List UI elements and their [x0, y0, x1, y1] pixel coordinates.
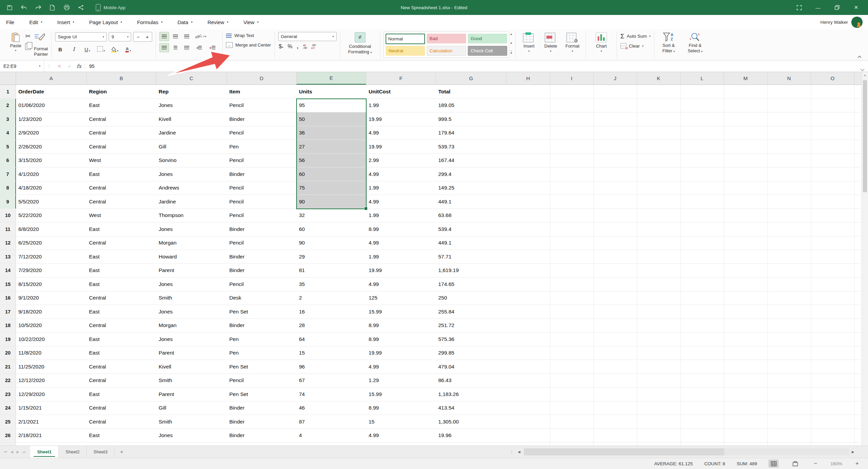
cell-F13[interactable]: 1.99: [366, 250, 436, 264]
align-right-button[interactable]: [182, 43, 192, 52]
cell-E2[interactable]: 95: [297, 99, 366, 112]
cell-F23[interactable]: 15.99: [366, 387, 436, 401]
cell-F15[interactable]: 4.99: [366, 277, 436, 291]
cell-D9[interactable]: Pencil: [227, 195, 297, 209]
first-sheet-button[interactable]: ⏮: [4, 450, 7, 454]
cell-F10[interactable]: 1.99: [366, 209, 436, 222]
style-bad[interactable]: Bad: [427, 34, 466, 43]
cell-E11[interactable]: 60: [297, 222, 366, 236]
cell-E7[interactable]: 60: [297, 167, 366, 181]
cell-A16[interactable]: 9/1/2020: [16, 291, 87, 305]
cell-C25[interactable]: Smith: [156, 415, 227, 429]
collapse-ribbon-button[interactable]: [857, 54, 862, 60]
cell-C7[interactable]: Jones: [156, 167, 227, 181]
row-header-25[interactable]: 25: [0, 415, 16, 429]
cancel-entry-button[interactable]: ✕: [54, 64, 65, 69]
cell-G8[interactable]: 149.25: [436, 181, 507, 195]
bold-button[interactable]: B: [55, 44, 65, 52]
cell-D19[interactable]: Pen: [227, 332, 297, 346]
next-sheet-button[interactable]: ▶: [17, 450, 19, 454]
row-header-3[interactable]: 3: [0, 112, 16, 126]
cell-G15[interactable]: 174.65: [436, 277, 507, 291]
row-header-20[interactable]: 20: [0, 346, 16, 360]
cell-G5[interactable]: 539.73: [436, 140, 507, 154]
cell-F16[interactable]: 125: [366, 291, 436, 305]
cell-B25[interactable]: Central: [87, 415, 156, 429]
row-header-6[interactable]: 6: [0, 154, 16, 167]
style-calculation[interactable]: Calculation: [427, 46, 466, 56]
cell-C18[interactable]: Morgan: [156, 319, 227, 332]
undo-icon[interactable]: [20, 4, 27, 11]
cell-B9[interactable]: Central: [87, 195, 156, 209]
cell-A20[interactable]: 11/8/2020: [16, 346, 87, 360]
cell-A26[interactable]: 2/18/2021: [16, 429, 87, 443]
cell-E10[interactable]: 32: [297, 209, 366, 222]
percent-button[interactable]: %: [287, 43, 292, 50]
menu-page-layout[interactable]: Page Layout▾: [89, 19, 122, 25]
cell-F3[interactable]: 19.99: [366, 112, 436, 126]
menu-view[interactable]: View▾: [243, 19, 259, 25]
cell-G21[interactable]: 479.04: [436, 360, 507, 374]
cell-F9[interactable]: 4.99: [366, 195, 436, 209]
zoom-out-button[interactable]: −: [812, 460, 819, 467]
row-header-15[interactable]: 15: [0, 277, 16, 291]
row-header-10[interactable]: 10: [0, 209, 16, 222]
insert-function-button[interactable]: fx: [74, 63, 85, 69]
formula-input[interactable]: 95: [85, 64, 94, 69]
cell-F27[interactable]: 19.99: [366, 443, 436, 446]
cell-C12[interactable]: Morgan: [156, 236, 227, 250]
row-header-8[interactable]: 8: [0, 181, 16, 195]
row-header-12[interactable]: 12: [0, 236, 16, 250]
column-header-K[interactable]: K: [637, 72, 680, 85]
cell-B12[interactable]: Central: [87, 236, 156, 250]
cell-E26[interactable]: 4: [297, 429, 366, 443]
cell-D4[interactable]: Pencil: [227, 126, 297, 140]
row-header-26[interactable]: 26: [0, 429, 16, 443]
row-header-24[interactable]: 24: [0, 401, 16, 415]
cell-F24[interactable]: 8.99: [366, 401, 436, 415]
cell-A8[interactable]: 4/18/2020: [16, 181, 87, 195]
cell-C17[interactable]: Jones: [156, 305, 227, 319]
cell-E13[interactable]: 29: [297, 250, 366, 264]
column-header-O[interactable]: O: [811, 72, 854, 85]
cell-C22[interactable]: Smith: [156, 374, 227, 387]
menu-review[interactable]: Review▾: [208, 19, 229, 25]
cell-B24[interactable]: Central: [87, 401, 156, 415]
paste-button[interactable]: Paste ▾: [6, 32, 25, 52]
column-header-I[interactable]: I: [550, 72, 594, 85]
cell-C24[interactable]: Gill: [156, 401, 227, 415]
prev-sheet-button[interactable]: ◀: [11, 450, 13, 454]
cell-E16[interactable]: 2: [297, 291, 366, 305]
cell-D24[interactable]: Binder: [227, 401, 297, 415]
cell-A3[interactable]: 1/23/2020: [16, 112, 87, 126]
cell-E12[interactable]: 90: [297, 236, 366, 250]
cell-E14[interactable]: 81: [297, 264, 366, 277]
cell-B13[interactable]: East: [87, 250, 156, 264]
cell-D21[interactable]: Pen Set: [227, 360, 297, 374]
cell-G7[interactable]: 299.4: [436, 167, 507, 181]
cell-D22[interactable]: Pencil: [227, 374, 297, 387]
borders-button[interactable]: ▾: [96, 44, 106, 52]
cell-E27[interactable]: 7: [297, 443, 366, 446]
wrap-text-button[interactable]: Wrap Text: [226, 33, 271, 38]
redo-icon[interactable]: [35, 4, 41, 11]
font-family-select[interactable]: Segoe UI▾: [55, 32, 107, 41]
cell-A5[interactable]: 2/26/2020: [16, 140, 87, 154]
cell-B21[interactable]: Central: [87, 360, 156, 374]
normal-view-button[interactable]: [768, 459, 779, 468]
cell-D12[interactable]: Pencil: [227, 236, 297, 250]
row-header-9[interactable]: 9: [0, 195, 16, 209]
cell-C4[interactable]: Jardine: [156, 126, 227, 140]
cell-D1[interactable]: Item: [227, 85, 297, 98]
number-format-select[interactable]: General▾: [278, 32, 337, 41]
cell-A25[interactable]: 2/1/2021: [16, 415, 87, 429]
row-header-4[interactable]: 4: [0, 126, 16, 140]
row-header-1[interactable]: 1: [0, 85, 16, 98]
avatar[interactable]: [851, 17, 863, 28]
cell-D10[interactable]: Pencil: [227, 209, 297, 222]
cell-D5[interactable]: Pen: [227, 140, 297, 154]
cell-E18[interactable]: 28: [297, 319, 366, 332]
cell-D6[interactable]: Pencil: [227, 154, 297, 167]
horizontal-scrollbar[interactable]: [524, 448, 849, 455]
cell-G4[interactable]: 179.64: [436, 126, 507, 140]
